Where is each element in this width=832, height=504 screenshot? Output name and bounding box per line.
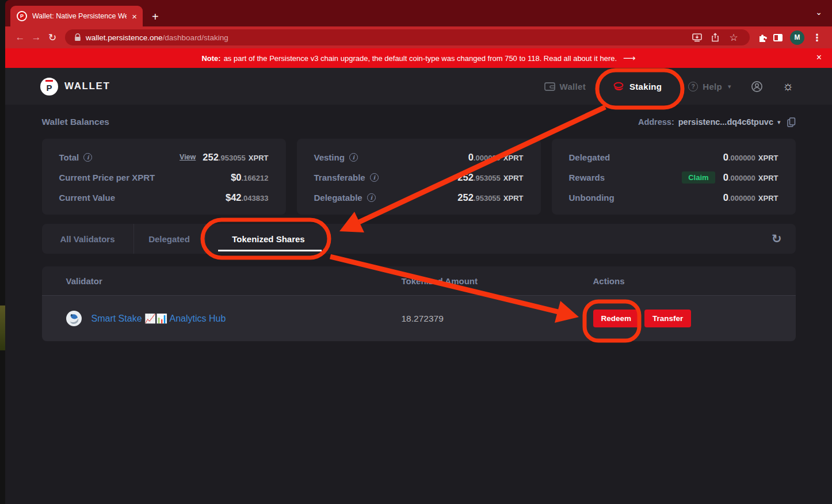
price-value: $0.166212 xyxy=(231,172,268,183)
browser-window: P Wallet: Native Persistence Web × + ⌄ ←… xyxy=(5,0,832,504)
profile-avatar[interactable]: M xyxy=(790,30,804,45)
info-icon[interactable]: i xyxy=(83,153,92,162)
browser-tab[interactable]: P Wallet: Native Persistence Web × xyxy=(10,6,143,26)
tab-delegated[interactable]: Delegated xyxy=(134,224,205,254)
address-caret-icon: ▾ xyxy=(777,119,781,126)
current-value: $42.043833 xyxy=(226,192,269,203)
tab-close-icon[interactable]: × xyxy=(132,12,137,21)
tokenized-amount: 18.272379 xyxy=(402,314,593,324)
nav-staking[interactable]: Staking xyxy=(612,82,662,91)
refresh-icon[interactable]: ↻ xyxy=(772,232,782,246)
transferable-value: 252.953055XPRT xyxy=(457,172,523,183)
vesting-value: 0.000000XPRT xyxy=(468,152,524,163)
tab-title: Wallet: Native Persistence Web xyxy=(32,12,127,20)
persistence-logo-icon: P xyxy=(40,78,58,96)
url-text: wallet.persistence.one/dashboard/staking xyxy=(86,32,228,43)
redeem-button[interactable]: Redeem xyxy=(593,310,640,327)
card-totals: Totali View 252.953055XPRT Current Price… xyxy=(42,139,286,215)
validator-avatar xyxy=(66,311,82,326)
desktop-wallpaper-sliver xyxy=(0,306,5,350)
banner-text: as part of the Persistence v3 chain upgr… xyxy=(224,54,617,63)
copy-address-icon[interactable] xyxy=(787,117,796,127)
account-icon[interactable] xyxy=(751,81,763,93)
info-icon[interactable]: i xyxy=(349,153,358,162)
banner-close-icon[interactable]: × xyxy=(816,53,822,62)
theme-toggle-sun-icon[interactable]: ☼ xyxy=(783,80,794,93)
tab-all-validators[interactable]: All Validators xyxy=(42,224,134,254)
help-caret-icon: ▾ xyxy=(728,83,731,90)
card-staking: Delegated 0.000000XPRT Rewards Claim 0.0… xyxy=(552,139,796,215)
table-header: Validator Tokenized Amount Actions xyxy=(42,266,796,295)
transfer-button[interactable]: Transfer xyxy=(644,310,691,327)
staking-dashboard-page: Wallet Balances Address: persistenc...dq… xyxy=(5,105,832,504)
reload-button[interactable]: ↻ xyxy=(44,29,60,45)
url-path: /dashboard/staking xyxy=(163,33,228,42)
unbonding-value: 0.000000XPRT xyxy=(723,192,778,203)
new-tab-button[interactable]: + xyxy=(152,11,159,22)
staking-coin-icon xyxy=(612,82,625,91)
back-button[interactable]: ← xyxy=(12,29,28,45)
total-value: 252.953055XPRT xyxy=(203,152,268,163)
browser-toolbar: ← → ↻ wallet.persistence.one/dashboard/s… xyxy=(5,26,832,48)
validator-tabbar: All Validators Delegated Tokenized Share… xyxy=(42,224,796,254)
validator-link[interactable]: Smart Stake 📈📊 Analytics Hub xyxy=(91,313,226,324)
info-icon[interactable]: i xyxy=(367,193,376,202)
bookmark-star-icon[interactable]: ☆ xyxy=(727,32,741,44)
page-title: Wallet Balances xyxy=(42,117,109,127)
app-header: P WALLET Wallet Staking ? Help xyxy=(5,68,832,105)
card-availability: Vestingi 0.000000XPRT Transferablei 252.… xyxy=(297,139,541,215)
wallet-icon xyxy=(544,82,555,91)
browser-menu-icon[interactable]: ⋮ xyxy=(809,29,825,45)
view-link[interactable]: View xyxy=(180,153,196,161)
tab-tokenized-shares[interactable]: Tokenized Shares xyxy=(205,224,332,254)
screenshot-stage: P Wallet: Native Persistence Web × + ⌄ ←… xyxy=(0,0,832,504)
url-host: wallet.persistence.one xyxy=(86,33,163,42)
banner-arrow-icon[interactable]: ⟶ xyxy=(623,53,636,63)
claim-button[interactable]: Claim xyxy=(682,171,715,184)
table-row: Smart Stake 📈📊 Analytics Hub 18.272379 R… xyxy=(42,295,796,341)
help-icon: ? xyxy=(688,82,698,91)
address-dropdown[interactable]: Address: persistenc...dq4c6tpuvc ▾ xyxy=(638,117,796,127)
rewards-value: 0.000000XPRT xyxy=(723,172,778,183)
extensions-puzzle-icon[interactable] xyxy=(755,32,770,43)
tokenized-shares-table: Validator Tokenized Amount Actions Smart… xyxy=(42,266,796,341)
nav-help[interactable]: ? Help ▾ xyxy=(688,82,731,91)
banner-note-label: Note: xyxy=(201,54,220,63)
upgrade-notice-banner: Note: as part of the Persistence v3 chai… xyxy=(5,48,832,68)
share-icon[interactable] xyxy=(708,33,722,42)
install-app-icon[interactable] xyxy=(690,33,704,42)
info-icon[interactable]: i xyxy=(370,173,379,182)
persistence-favicon-icon: P xyxy=(17,11,27,21)
forward-button[interactable]: → xyxy=(28,29,44,45)
lock-icon xyxy=(74,33,81,41)
tab-search-chevron-icon[interactable]: ⌄ xyxy=(815,7,822,17)
url-bar[interactable]: wallet.persistence.one/dashboard/staking… xyxy=(65,29,750,45)
nav-wallet[interactable]: Wallet xyxy=(544,82,586,91)
side-panel-icon[interactable] xyxy=(770,34,785,41)
delegatable-value: 252.953055XPRT xyxy=(457,192,523,203)
browser-tab-strip: P Wallet: Native Persistence Web × + ⌄ xyxy=(5,0,832,26)
delegated-value: 0.000000XPRT xyxy=(723,152,778,163)
brand-title: WALLET xyxy=(64,81,110,92)
